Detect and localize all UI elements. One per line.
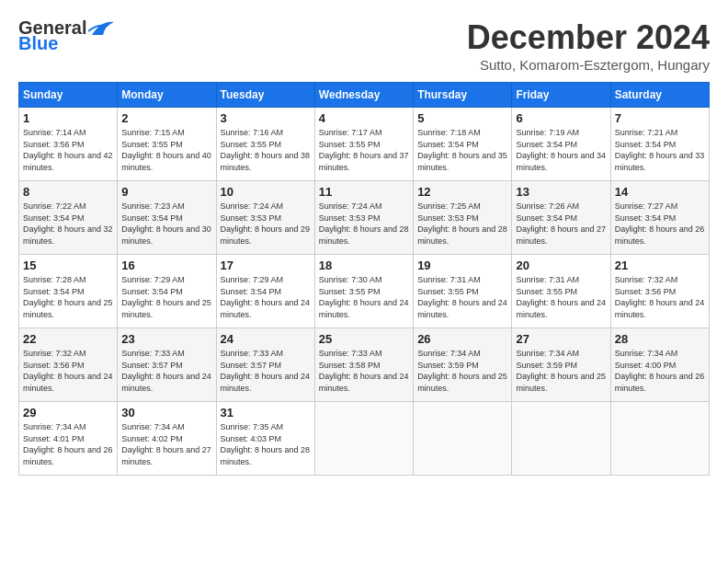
calendar-cell [610,402,709,476]
day-number: 30 [121,406,211,419]
day-info: Sunrise: 7:19 AMSunset: 3:54 PMDaylight:… [516,127,606,173]
day-info: Sunrise: 7:18 AMSunset: 3:54 PMDaylight:… [417,127,507,173]
day-info: Sunrise: 7:34 AMSunset: 3:59 PMDaylight:… [417,348,507,394]
day-number: 9 [121,185,211,199]
day-info: Sunrise: 7:29 AMSunset: 3:54 PMDaylight:… [221,274,311,320]
week-row-2: 8Sunrise: 7:22 AMSunset: 3:54 PMDaylight… [19,181,710,255]
calendar-cell: 17Sunrise: 7:29 AMSunset: 3:54 PMDayligh… [216,255,314,328]
header-day-tuesday: Tuesday [216,83,314,108]
day-number: 3 [221,111,311,125]
day-number: 25 [319,332,409,346]
day-info: Sunrise: 7:23 AMSunset: 3:54 PMDaylight:… [121,201,211,247]
header-day-saturday: Saturday [610,83,709,108]
header-day-monday: Monday [118,83,216,108]
header-day-friday: Friday [512,83,610,108]
calendar-cell: 5Sunrise: 7:18 AMSunset: 3:54 PMDaylight… [414,108,512,181]
calendar-cell: 3Sunrise: 7:16 AMSunset: 3:55 PMDaylight… [216,108,314,181]
week-row-5: 29Sunrise: 7:34 AMSunset: 4:01 PMDayligh… [19,402,710,476]
day-number: 1 [23,111,113,125]
day-number: 28 [615,332,705,346]
calendar-cell: 22Sunrise: 7:32 AMSunset: 3:56 PMDayligh… [19,328,118,402]
header-row: SundayMondayTuesdayWednesdayThursdayFrid… [19,83,710,108]
calendar-cell: 11Sunrise: 7:24 AMSunset: 3:53 PMDayligh… [314,181,413,255]
day-info: Sunrise: 7:34 AMSunset: 4:01 PMDaylight:… [23,421,113,467]
day-number: 16 [121,259,211,272]
day-info: Sunrise: 7:30 AMSunset: 3:55 PMDaylight:… [319,274,409,320]
day-number: 23 [121,332,211,346]
day-info: Sunrise: 7:26 AMSunset: 3:54 PMDaylight:… [516,201,606,247]
calendar-cell: 19Sunrise: 7:31 AMSunset: 3:55 PMDayligh… [414,255,512,328]
day-number: 5 [417,111,507,125]
day-info: Sunrise: 7:35 AMSunset: 4:03 PMDaylight:… [221,421,311,467]
day-number: 19 [417,259,507,272]
day-number: 12 [417,185,507,199]
day-info: Sunrise: 7:31 AMSunset: 3:55 PMDaylight:… [516,274,606,320]
location: Sutto, Komarom-Esztergom, Hungary [467,57,710,73]
header-day-sunday: Sunday [19,83,118,108]
day-info: Sunrise: 7:34 AMSunset: 3:59 PMDaylight:… [516,348,606,394]
day-number: 8 [23,185,113,199]
calendar-cell: 10Sunrise: 7:24 AMSunset: 3:53 PMDayligh… [216,181,314,255]
day-number: 11 [319,185,409,199]
calendar-cell: 25Sunrise: 7:33 AMSunset: 3:58 PMDayligh… [314,328,413,402]
logo-blue: Blue [18,33,58,54]
day-info: Sunrise: 7:32 AMSunset: 3:56 PMDaylight:… [615,274,705,320]
day-number: 10 [221,185,311,199]
calendar-cell: 9Sunrise: 7:23 AMSunset: 3:54 PMDaylight… [118,181,216,255]
header-day-wednesday: Wednesday [314,83,413,108]
week-row-3: 15Sunrise: 7:28 AMSunset: 3:54 PMDayligh… [19,255,710,328]
day-number: 4 [319,111,409,125]
calendar-cell [512,402,610,476]
title-block: December 2024 Sutto, Komarom-Esztergom, … [467,18,710,73]
day-info: Sunrise: 7:27 AMSunset: 3:54 PMDaylight:… [615,201,705,247]
day-number: 24 [221,332,311,346]
day-info: Sunrise: 7:31 AMSunset: 3:55 PMDaylight:… [417,274,507,320]
logo: General Blue [18,18,114,54]
day-number: 21 [615,259,705,272]
day-info: Sunrise: 7:34 AMSunset: 4:02 PMDaylight:… [121,421,211,467]
calendar-cell: 21Sunrise: 7:32 AMSunset: 3:56 PMDayligh… [610,255,709,328]
day-info: Sunrise: 7:33 AMSunset: 3:57 PMDaylight:… [221,348,311,394]
day-info: Sunrise: 7:22 AMSunset: 3:54 PMDaylight:… [23,201,113,247]
calendar-cell: 8Sunrise: 7:22 AMSunset: 3:54 PMDaylight… [19,181,118,255]
calendar-cell: 2Sunrise: 7:15 AMSunset: 3:55 PMDaylight… [118,108,216,181]
day-number: 20 [516,259,606,272]
day-info: Sunrise: 7:34 AMSunset: 4:00 PMDaylight:… [615,348,705,394]
calendar-cell: 20Sunrise: 7:31 AMSunset: 3:55 PMDayligh… [512,255,610,328]
week-row-1: 1Sunrise: 7:14 AMSunset: 3:56 PMDaylight… [19,108,710,181]
day-number: 22 [23,332,113,346]
day-number: 18 [319,259,409,272]
day-info: Sunrise: 7:25 AMSunset: 3:53 PMDaylight:… [417,201,507,247]
calendar-cell: 15Sunrise: 7:28 AMSunset: 3:54 PMDayligh… [19,255,118,328]
day-number: 29 [23,406,113,419]
calendar-cell: 4Sunrise: 7:17 AMSunset: 3:55 PMDaylight… [314,108,413,181]
day-info: Sunrise: 7:33 AMSunset: 3:57 PMDaylight:… [121,348,211,394]
calendar-cell: 23Sunrise: 7:33 AMSunset: 3:57 PMDayligh… [118,328,216,402]
day-number: 27 [516,332,606,346]
week-row-4: 22Sunrise: 7:32 AMSunset: 3:56 PMDayligh… [19,328,710,402]
day-info: Sunrise: 7:17 AMSunset: 3:55 PMDaylight:… [319,127,409,173]
calendar-cell: 1Sunrise: 7:14 AMSunset: 3:56 PMDaylight… [19,108,118,181]
day-info: Sunrise: 7:28 AMSunset: 3:54 PMDaylight:… [23,274,113,320]
calendar-table: SundayMondayTuesdayWednesdayThursdayFrid… [18,82,710,476]
day-number: 6 [516,111,606,125]
day-number: 14 [615,185,705,199]
calendar-cell: 31Sunrise: 7:35 AMSunset: 4:03 PMDayligh… [216,402,314,476]
calendar-cell: 24Sunrise: 7:33 AMSunset: 3:57 PMDayligh… [216,328,314,402]
calendar-cell [314,402,413,476]
calendar-cell [414,402,512,476]
month-title: December 2024 [467,18,710,57]
calendar-cell: 12Sunrise: 7:25 AMSunset: 3:53 PMDayligh… [414,181,512,255]
calendar-cell: 27Sunrise: 7:34 AMSunset: 3:59 PMDayligh… [512,328,610,402]
header-day-thursday: Thursday [414,83,512,108]
calendar-cell: 26Sunrise: 7:34 AMSunset: 3:59 PMDayligh… [414,328,512,402]
calendar-cell: 28Sunrise: 7:34 AMSunset: 4:00 PMDayligh… [610,328,709,402]
calendar-cell: 13Sunrise: 7:26 AMSunset: 3:54 PMDayligh… [512,181,610,255]
day-number: 31 [221,406,311,419]
calendar-cell: 30Sunrise: 7:34 AMSunset: 4:02 PMDayligh… [118,402,216,476]
calendar-cell: 14Sunrise: 7:27 AMSunset: 3:54 PMDayligh… [610,181,709,255]
logo-bird-icon [88,18,114,37]
day-number: 13 [516,185,606,199]
day-info: Sunrise: 7:16 AMSunset: 3:55 PMDaylight:… [221,127,311,173]
calendar-cell: 16Sunrise: 7:29 AMSunset: 3:54 PMDayligh… [118,255,216,328]
